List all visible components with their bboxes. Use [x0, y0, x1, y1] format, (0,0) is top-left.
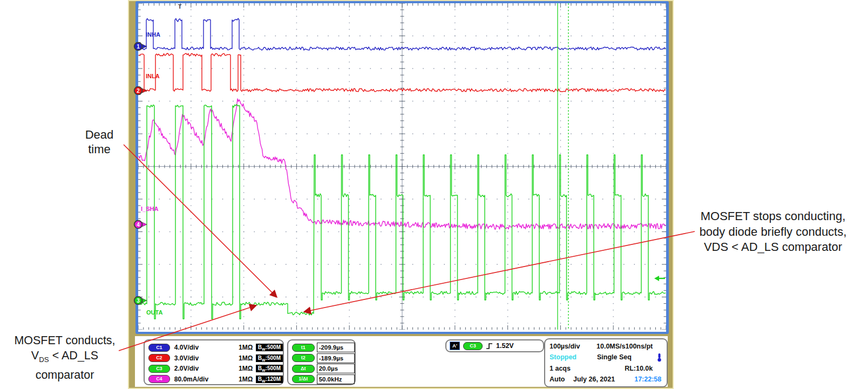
- trace-label-outa: OUTA: [146, 309, 162, 316]
- mosfet-stops-annotation: MOSFET stops conducting, body diode brie…: [678, 209, 868, 255]
- channel-scale: 3.0V/div: [174, 354, 239, 362]
- acquisition-panel: 100µs/div 10.0MS/s 100ns/pt Stopped Sing…: [544, 338, 668, 387]
- channel-scale: 4.0V/div: [174, 344, 239, 351]
- time-readout: 17:22:58: [634, 376, 661, 383]
- trigger-slope-icon: [486, 342, 493, 350]
- trigger-mode-readout: Auto: [550, 376, 573, 383]
- waveform-display[interactable]: INHAINLAOUTAI_SHAT: [138, 3, 666, 330]
- timebase-readout: 100µs/div: [550, 343, 592, 350]
- cursor-badge-inv-dt[interactable]: 1/Δt: [292, 375, 315, 383]
- bandwidth-badge: BW:500M: [256, 354, 283, 362]
- acquisition-state: Stopped: [550, 353, 597, 361]
- cursor-row-t1: t1 -209.9µs: [288, 343, 355, 352]
- channel-badge-c1[interactable]: C1: [148, 344, 170, 352]
- cursor-badge-t1[interactable]: t1: [292, 344, 315, 352]
- channel-settings-panel: C1 4.0V/div 1MΩ BW:500M C2 3.0V/div 1MΩ …: [144, 339, 284, 385]
- trigger-level: 1.52V: [496, 342, 514, 350]
- acquisition-count: 1 acqs: [550, 365, 571, 372]
- acquisition-row-state: Stopped Single Seq: [550, 352, 662, 363]
- page: INHAINLAOUTAI_SHAT C1 4.0V/div 1MΩ BW:50…: [0, 0, 868, 389]
- cursor-badge-t2[interactable]: t2: [292, 354, 315, 362]
- cursor-value-inv-dt: 50.0kHz: [317, 374, 355, 384]
- channel-impedance: 1MΩ: [239, 376, 256, 383]
- acquisition-row-timebase: 100µs/div 10.0MS/s 100ns/pt: [550, 341, 662, 352]
- cursor-readout-panel: t1 -209.9µs t2 -189.9µs Δt 20.0µs 1/Δt 5…: [287, 339, 356, 385]
- bandwidth-badge: BW:500M: [256, 365, 283, 372]
- resolution-readout: 100ns/pt: [626, 343, 653, 350]
- trigger-source-badge[interactable]: C3: [463, 342, 483, 350]
- channel-badge-c3[interactable]: C3: [148, 365, 170, 373]
- trace-label-inla: INLA: [146, 73, 160, 79]
- channel-row-c3: C3 2.0V/div 1MΩ BW:500M: [145, 364, 283, 373]
- trigger-mode-badge[interactable]: A': [450, 342, 460, 350]
- acquisition-mode: Single Seq: [597, 353, 632, 361]
- bandwidth-badge: BW:120M: [256, 376, 283, 383]
- cursor-row-t2: t2 -189.9µs: [288, 353, 355, 363]
- bandwidth-badge: BW:500M: [256, 344, 283, 351]
- channel-scale: 2.0V/div: [174, 365, 239, 372]
- cursor-value-t2: -189.9µs: [317, 353, 355, 363]
- mosfet-conducts-annotation: MOSFET conducts, VDS < AD_LS comparator: [1, 333, 128, 383]
- channel-row-c2: C2 3.0V/div 1MΩ BW:500M: [145, 353, 283, 363]
- trace-label-i_sha: I_SHA: [141, 206, 158, 212]
- acquisition-row-acqs: 1 acqs RL:10.0k: [550, 363, 662, 374]
- date-readout: July 26, 2021: [573, 376, 615, 383]
- channel-impedance: 1MΩ: [239, 365, 256, 372]
- channel-scale: 80.0mA/div: [174, 376, 239, 383]
- channel-badge-c2[interactable]: C2: [148, 354, 170, 362]
- dead-time-annotation: Dead time: [72, 127, 127, 156]
- channel-row-c1: C1 4.0V/div 1MΩ BW:500M: [145, 343, 283, 352]
- trigger-readout-panel: A' C3 1.52V: [445, 339, 544, 352]
- channel-impedance: 1MΩ: [239, 354, 256, 362]
- cursor-value-t1: -209.9µs: [317, 343, 355, 352]
- cursor-row-dt: Δt 20.0µs: [288, 364, 355, 373]
- sample-rate-readout: 10.0MS/s: [596, 343, 626, 350]
- channel-impedance: 1MΩ: [239, 344, 256, 351]
- cursor-row-inv-dt: 1/Δt 50.0kHz: [288, 374, 355, 384]
- channel-badge-c4[interactable]: C4: [148, 375, 170, 383]
- trigger-position-icon: [656, 353, 662, 362]
- trigger-position-marker: T: [178, 3, 182, 10]
- trace-label-inha: INHA: [146, 31, 160, 38]
- cursor-value-dt: 20.0µs: [317, 364, 355, 373]
- channel-row-c4: C4 80.0mA/div 1MΩ BW:120M: [145, 374, 283, 384]
- cursor-badge-dt[interactable]: Δt: [292, 365, 315, 373]
- record-length: RL:10.0k: [625, 365, 653, 372]
- acquisition-row-datetime: Auto July 26, 2021 17:22:58: [550, 374, 662, 385]
